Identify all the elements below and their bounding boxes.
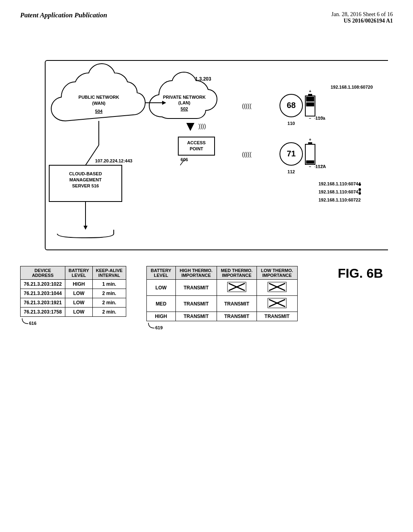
table-row: HIGH TRANSMIT TRANSMIT TRANSMIT (146, 312, 297, 321)
patent-number: US 2016/0026194 A1 (344, 18, 393, 24)
svg-text:+: + (309, 137, 311, 142)
battery-level-2: LOW (65, 289, 93, 298)
svg-text:107.20.224.12:443: 107.20.224.12:443 (95, 158, 132, 163)
svg-text:619: 619 (155, 325, 163, 330)
svg-text:192.168.1.110:60744: 192.168.1.110:60744 (319, 181, 361, 186)
high-thermo-high: TRANSMIT (175, 312, 217, 321)
svg-text:68: 68 (287, 101, 296, 110)
header-right: Jan. 28, 2016 Sheet 6 of 16 US 2016/0026… (332, 11, 393, 24)
col-battery-level: BATTERYLEVEL (65, 266, 93, 280)
device-address-2: 76.21.3.203:1044 (21, 289, 65, 298)
date-sheet: Jan. 28, 2016 Sheet 6 of 16 (332, 11, 393, 18)
access-point: )))) ACCESS POINT 606 (178, 123, 215, 165)
col-high-thermo: HIGH THERMO.IMPORTANCE (175, 266, 217, 280)
svg-text:ACCESS: ACCESS (187, 140, 206, 145)
tables-area: DEVICEADDRESS BATTERYLEVEL KEEP-ALIVEINT… (0, 266, 413, 331)
interval-4: 2 min. (92, 308, 126, 317)
public-network-cloud: PUBLIC NETWORK (WAN) 504 (51, 64, 145, 121)
svg-text:+: + (309, 89, 311, 94)
left-table-container: DEVICEADDRESS BATTERYLEVEL KEEP-ALIVEINT… (20, 266, 126, 326)
table-row: 76.21.3.203:1758 LOW 2 min. (21, 308, 126, 317)
svg-marker-18 (186, 123, 194, 131)
svg-rect-28 (308, 94, 312, 96)
svg-text:CLOUD-BASED: CLOUD-BASED (69, 171, 102, 176)
low-thermo-low (257, 280, 297, 296)
svg-point-53 (359, 188, 361, 191)
svg-text:192.168.1.110:60722: 192.168.1.110:60722 (319, 197, 361, 202)
diagram-area: PUBLIC NETWORK (WAN) 504 76.21.3.203 PRI… (0, 28, 413, 262)
battery-row-high: HIGH (146, 312, 175, 321)
thermo-table: BATTERYLEVEL HIGH THERMO.IMPORTANCE MED … (146, 266, 298, 321)
device-address-4: 76.21.3.203:1758 (21, 308, 65, 317)
svg-text:)))): )))) (198, 123, 206, 129)
svg-text:192.168.1.108:60720: 192.168.1.108:60720 (331, 85, 373, 89)
col-battery: BATTERYLEVEL (146, 266, 175, 280)
svg-rect-31 (306, 102, 314, 106)
table-row: 76.21.3.203:1921 LOW 2 min. (21, 298, 126, 308)
table-row: 76.21.3.203:1022 HIGH 1 min. (21, 280, 126, 289)
svg-rect-43 (306, 160, 314, 164)
svg-text:POINT: POINT (190, 146, 203, 151)
battery-level-3: LOW (65, 298, 93, 308)
network-diagram: PUBLIC NETWORK (WAN) 504 76.21.3.203 PRI… (25, 36, 388, 262)
svg-marker-16 (83, 226, 88, 230)
battery-row-med: MED (146, 296, 175, 312)
table-row: LOW TRANSMIT (146, 280, 297, 296)
svg-text:PRIVATE NETWORK: PRIVATE NETWORK (163, 95, 206, 100)
device-table: DEVICEADDRESS BATTERYLEVEL KEEP-ALIVEINT… (20, 266, 126, 317)
svg-text:MANAGEMENT: MANAGEMENT (69, 177, 102, 182)
svg-text:−: − (309, 164, 311, 169)
interval-3: 2 min. (92, 298, 126, 308)
publication-title: Patent Application Publication (20, 11, 107, 19)
figure-label: FIG. 6B (338, 266, 383, 281)
right-table-container: BATTERYLEVEL HIGH THERMO.IMPORTANCE MED … (146, 266, 298, 331)
col-low-thermo: LOW THERMO.IMPORTANCE (257, 266, 297, 280)
svg-text:PUBLIC NETWORK: PUBLIC NETWORK (79, 95, 119, 100)
svg-text:−: − (309, 116, 311, 121)
svg-text:110: 110 (288, 121, 295, 126)
device-address-1: 76.21.3.203:1022 (21, 280, 65, 289)
device-68: ((((( 68 + − 110 110a (242, 89, 325, 126)
page-header: Patent Application Publication Jan. 28, … (0, 0, 413, 28)
med-thermo-low (217, 280, 257, 296)
svg-rect-30 (306, 97, 314, 102)
table-row: MED TRANSMIT TRANSMIT (146, 296, 297, 312)
svg-text:(LAN): (LAN) (178, 100, 190, 105)
device-address-3: 76.21.3.203:1921 (21, 298, 65, 308)
svg-text:504: 504 (95, 109, 103, 114)
svg-text:606: 606 (181, 157, 188, 162)
low-thermo-med (257, 296, 297, 312)
battery-level-1: HIGH (65, 280, 93, 289)
col-med-thermo: MED THERMO.IMPORTANCE (217, 266, 257, 280)
svg-text:(((((: ((((( (242, 151, 252, 158)
battery-level-4: LOW (65, 308, 93, 317)
svg-text:SERVER 516: SERVER 516 (72, 183, 99, 188)
svg-text:112: 112 (288, 169, 295, 174)
high-thermo-med: TRANSMIT (175, 296, 217, 312)
high-thermo-low: TRANSMIT (175, 280, 217, 296)
low-thermo-high: TRANSMIT (257, 312, 297, 321)
svg-text:502: 502 (181, 106, 188, 111)
svg-text:112A: 112A (315, 164, 326, 169)
col-keepalive-interval: KEEP-ALIVEINTERVAL (92, 266, 126, 280)
col-device-address: DEVICEADDRESS (21, 266, 65, 280)
svg-point-51 (359, 183, 361, 186)
interval-1: 1 min. (92, 280, 126, 289)
battery-row-low: LOW (146, 280, 175, 296)
table-row: 76.21.3.203:1044 LOW 2 min. (21, 289, 126, 298)
med-thermo-high: TRANSMIT (217, 312, 257, 321)
svg-text:71: 71 (287, 149, 296, 158)
svg-point-52 (359, 192, 361, 195)
cloud-server-box: CLOUD-BASED MANAGEMENT SERVER 516 (49, 165, 122, 202)
left-table-footnote: 616 (20, 318, 44, 326)
svg-text:192.168.1.110:60743: 192.168.1.110:60743 (319, 189, 361, 194)
svg-text:(((((: ((((( (242, 103, 252, 109)
right-table-footnote: 619 (146, 322, 171, 331)
svg-text:(WAN): (WAN) (92, 101, 106, 106)
svg-text:616: 616 (29, 321, 36, 326)
med-thermo-med: TRANSMIT (217, 296, 257, 312)
svg-rect-41 (308, 142, 312, 144)
interval-2: 2 min. (92, 289, 126, 298)
device-71: ((((( 71 + − 112 112A (242, 137, 326, 174)
